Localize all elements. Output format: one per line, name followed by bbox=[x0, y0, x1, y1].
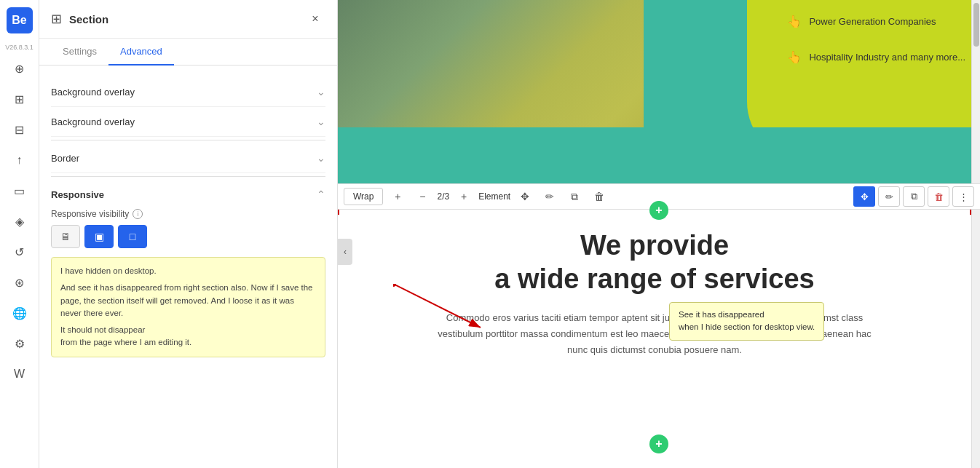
pencil-icon-btn[interactable]: ✏ bbox=[540, 186, 560, 207]
feature-text-1: Power Generation Companies bbox=[809, 16, 936, 27]
note-text-2: And see it has disappeared from right se… bbox=[60, 282, 316, 320]
gear-button[interactable]: ⚙ bbox=[7, 330, 33, 357]
feature-icon-1: 👆 bbox=[787, 15, 802, 28]
responsive-visibility-label: Responsive visibility i bbox=[51, 209, 325, 219]
panel-header: ⊞ Section × bbox=[39, 0, 337, 39]
layers-button[interactable]: ◈ bbox=[7, 208, 33, 234]
border-row[interactable]: Border ⌄ bbox=[51, 143, 325, 173]
add-circle-button[interactable]: ⊕ bbox=[7, 55, 33, 82]
note-box: I have hidden on desktop. And see it has… bbox=[51, 257, 325, 357]
layout-button[interactable]: ⊞ bbox=[7, 86, 33, 112]
grid-move-btn[interactable]: ✥ bbox=[853, 186, 875, 207]
tab-advanced[interactable]: Advanced bbox=[108, 39, 174, 66]
version-label: V26.8.3.1 bbox=[5, 44, 33, 51]
history-button[interactable]: ↺ bbox=[7, 239, 33, 265]
toolbar-right: ✥ ✏ ⧉ 🗑 ⋮ bbox=[853, 186, 974, 207]
tooltip-line-2: when I hide section for desktop view. bbox=[679, 321, 815, 333]
delete-btn[interactable]: 🗑 bbox=[928, 186, 949, 207]
teal-wave bbox=[338, 127, 980, 186]
widget-button[interactable]: ⊟ bbox=[7, 116, 33, 143]
trash-icon-btn[interactable]: 🗑 bbox=[589, 186, 609, 207]
bg-overlay-2-label: Background overlay bbox=[51, 116, 135, 127]
wrap-button[interactable]: Wrap bbox=[344, 188, 383, 205]
device-buttons: 🖥 ▣ □ bbox=[51, 225, 325, 248]
bg-overlay-2-row[interactable]: Background overlay ⌄ bbox=[51, 107, 325, 137]
note-text-1: I have hidden on desktop. bbox=[60, 265, 316, 277]
chevron-down-icon-3: ⌄ bbox=[317, 152, 325, 164]
remove-btn[interactable]: − bbox=[412, 186, 432, 207]
element-label: Element bbox=[478, 191, 510, 202]
content-area: We provide a wide range of services Comm… bbox=[338, 215, 971, 468]
move-button[interactable]: ↑ bbox=[7, 147, 33, 173]
features-list: 👆 Power Generation Companies 👆 Hospitali… bbox=[787, 15, 965, 64]
pencil-edit-btn[interactable]: ✏ bbox=[878, 186, 900, 207]
divider-2 bbox=[51, 176, 325, 177]
tablet-btn[interactable]: ▣ bbox=[84, 225, 114, 248]
add-element-btn[interactable]: + bbox=[387, 186, 408, 207]
note-text-3: It should not disappear from the page wh… bbox=[60, 324, 316, 349]
chevron-down-icon-1: ⌄ bbox=[317, 86, 325, 98]
tooltip-line-1: See it has disappeared bbox=[679, 309, 815, 321]
bg-overlay-1-row[interactable]: Background overlay ⌄ bbox=[51, 77, 325, 107]
bg-overlay-1-label: Background overlay bbox=[51, 87, 135, 98]
add-top-circle[interactable]: + bbox=[649, 201, 668, 220]
responsive-section: Responsive ⌃ Responsive visibility i 🖥 ▣… bbox=[51, 180, 325, 366]
settings-panel: ⊞ Section × Settings Advanced Background… bbox=[39, 0, 338, 468]
responsive-title: Responsive bbox=[51, 189, 104, 200]
tooltip-bubble: See it has disappeared when I hide secti… bbox=[669, 302, 824, 341]
tab-settings[interactable]: Settings bbox=[51, 39, 108, 66]
feature-icon-2: 👆 bbox=[787, 50, 802, 64]
divider-1 bbox=[51, 140, 325, 140]
panel-content: Background overlay ⌄ Background overlay … bbox=[39, 66, 337, 468]
panel-title: Section bbox=[69, 13, 298, 25]
left-sidebar: Be V26.8.3.1 ⊕ ⊞ ⊟ ↑ ▭ ◈ ↺ ⊛ 🌐 ⚙ W bbox=[0, 0, 39, 468]
feature-text-2: Hospitality Industry and many more... bbox=[809, 52, 965, 63]
more-btn[interactable]: ⋮ bbox=[952, 186, 974, 207]
duplicate-icon-btn[interactable]: ⧉ bbox=[564, 186, 585, 207]
add-bottom-circle[interactable]: + bbox=[649, 435, 668, 453]
globe-button[interactable]: 🌐 bbox=[7, 300, 33, 326]
desktop-btn[interactable]: 🖥 bbox=[51, 225, 80, 248]
wordpress-button[interactable]: W bbox=[7, 361, 33, 387]
responsive-header: Responsive ⌃ bbox=[51, 189, 325, 200]
content-heading: We provide a wide range of services bbox=[494, 229, 814, 296]
canvas-area: 👆 Power Generation Companies 👆 Hospitali… bbox=[338, 0, 980, 468]
app-logo: Be bbox=[7, 7, 33, 33]
chevron-up-icon: ⌃ bbox=[317, 189, 325, 200]
scrollbar-thumb[interactable] bbox=[973, 3, 979, 47]
mobile-btn[interactable]: □ bbox=[118, 225, 147, 248]
responsive-visibility-row: Responsive visibility i 🖥 ▣ □ bbox=[51, 209, 325, 248]
section-grid-icon: ⊞ bbox=[51, 11, 62, 27]
chevron-down-icon-2: ⌄ bbox=[317, 116, 325, 127]
info-icon: i bbox=[133, 209, 143, 219]
scrollbar[interactable] bbox=[971, 0, 980, 468]
add-element-btn-2[interactable]: + bbox=[454, 186, 474, 207]
collapse-icon[interactable]: ‹ bbox=[338, 239, 352, 265]
section-button[interactable]: ▭ bbox=[7, 178, 33, 204]
close-button[interactable]: × bbox=[305, 9, 325, 29]
border-label: Border bbox=[51, 153, 79, 164]
fraction-label: 2/3 bbox=[437, 191, 449, 202]
feature-item-1: 👆 Power Generation Companies bbox=[787, 15, 965, 28]
panel-tabs: Settings Advanced bbox=[39, 39, 337, 66]
canvas-top: 👆 Power Generation Companies 👆 Hospitali… bbox=[338, 0, 980, 186]
filter-button[interactable]: ⊛ bbox=[7, 269, 33, 296]
feature-item-2: 👆 Hospitality Industry and many more... bbox=[787, 50, 965, 64]
copy-btn[interactable]: ⧉ bbox=[903, 186, 925, 207]
move-icon-btn[interactable]: ✥ bbox=[515, 186, 535, 207]
collapse-arrow[interactable]: ‹ bbox=[338, 230, 355, 468]
